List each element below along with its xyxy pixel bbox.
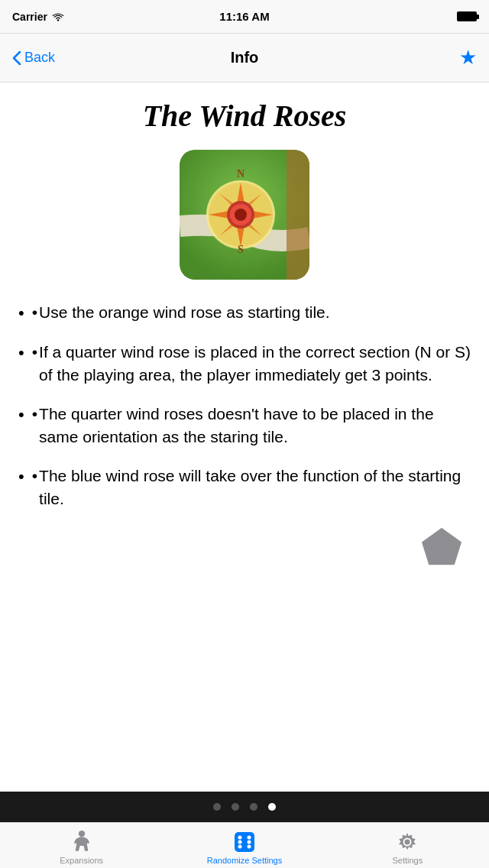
- pentagon-icon: [420, 526, 463, 566]
- bullet-text: The quarter wind roses doesn't have to b…: [39, 403, 471, 449]
- svg-point-20: [78, 831, 84, 837]
- bullet-text: If a quarter wind rose is placed in the …: [39, 341, 471, 387]
- bullet-dot: •: [32, 341, 37, 364]
- page-title: The Wind Roses: [18, 98, 471, 134]
- bullet-text: The blue wind rose will take over the fu…: [39, 465, 471, 511]
- list-item: • Use the orange wind rose as starting t…: [18, 301, 471, 326]
- favorite-star-button[interactable]: ★: [459, 46, 477, 70]
- wind-rose-image: N S: [180, 150, 309, 280]
- dice-icon: [233, 831, 256, 853]
- back-label: Back: [24, 50, 55, 66]
- wifi-icon: [52, 12, 64, 21]
- svg-point-30: [405, 840, 410, 845]
- pagination-dot-3: [250, 803, 257, 811]
- tab-expansions[interactable]: Expansions: [0, 826, 163, 865]
- tab-randomize-settings[interactable]: Randomize Settings: [163, 826, 325, 865]
- tab-bar: Expansions Randomize Settings Settings: [0, 822, 489, 868]
- svg-text:N: N: [237, 168, 244, 180]
- list-item: • The blue wind rose will take over the …: [18, 465, 471, 511]
- back-button[interactable]: Back: [12, 50, 55, 66]
- meeple-icon: [70, 831, 93, 853]
- list-item: • The quarter wind roses doesn't have to…: [18, 403, 471, 449]
- status-bar-right: [457, 11, 477, 21]
- battery-icon: [457, 11, 477, 21]
- nav-bar: Back Info ★: [0, 34, 489, 83]
- gear-icon: [396, 831, 419, 853]
- bullet-list: • Use the orange wind rose as starting t…: [18, 301, 471, 511]
- svg-rect-21: [235, 832, 254, 852]
- status-bar-left: Carrier: [12, 11, 64, 23]
- svg-point-24: [238, 845, 241, 849]
- pagination-dot-2: [232, 803, 239, 811]
- pagination-dots: [0, 792, 489, 822]
- tab-settings-label: Settings: [392, 856, 423, 865]
- app-icon: N S: [180, 150, 309, 280]
- svg-point-16: [235, 209, 247, 221]
- list-item: • If a quarter wind rose is placed in th…: [18, 341, 471, 387]
- carrier-label: Carrier: [12, 11, 47, 23]
- pagination-dot-4: [268, 803, 276, 811]
- svg-marker-19: [422, 527, 461, 564]
- bullet-dot: •: [32, 465, 37, 487]
- back-chevron-icon: [12, 50, 21, 66]
- nav-title: Info: [231, 49, 259, 66]
- pentagon-wrapper: [18, 526, 471, 566]
- tab-randomize-label: Randomize Settings: [207, 856, 282, 865]
- svg-point-27: [247, 840, 251, 844]
- svg-rect-3: [287, 150, 309, 280]
- svg-point-0: [57, 19, 59, 21]
- tab-settings[interactable]: Settings: [326, 826, 489, 865]
- svg-point-23: [247, 836, 251, 840]
- bullet-dot: •: [32, 301, 37, 324]
- svg-text:S: S: [238, 244, 244, 255]
- svg-point-25: [247, 845, 251, 849]
- bullet-dot: •: [32, 403, 37, 426]
- main-content: The Wind Roses: [0, 83, 489, 792]
- status-bar-time: 11:16 AM: [219, 10, 269, 23]
- svg-point-22: [238, 836, 241, 840]
- app-icon-wrapper: N S: [18, 150, 471, 280]
- bullet-text: Use the orange wind rose as starting til…: [39, 301, 330, 324]
- status-bar: Carrier 11:16 AM: [0, 0, 489, 34]
- svg-point-26: [238, 840, 241, 844]
- pagination-dot-1: [213, 803, 221, 811]
- tab-expansions-label: Expansions: [60, 856, 103, 865]
